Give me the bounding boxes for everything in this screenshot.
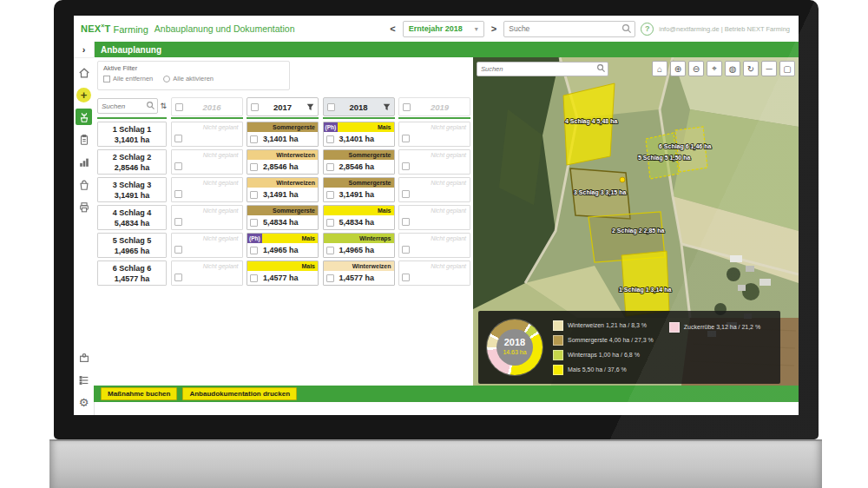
crop-plan-cell[interactable]: Winterweizen 1,4577 ha — [323, 260, 395, 286]
checkbox[interactable] — [174, 246, 182, 254]
book-measure-button[interactable]: Maßnahme buchen — [101, 387, 177, 400]
empty-plan-cell[interactable]: Nicht geplant — [171, 149, 243, 175]
sidebar-item-harvest[interactable] — [76, 176, 92, 193]
year-header-2019[interactable]: 2019 — [398, 97, 470, 116]
sidebar-item-statistics[interactable] — [76, 154, 92, 170]
empty-plan-cell[interactable]: Nicht geplant — [171, 260, 243, 286]
field-label-cell[interactable]: 1 Schlag 1 3,1401 ha — [97, 122, 167, 147]
map-panel[interactable]: 4 Schlag 4 5,48 ha 6 Schlag 6 1,46 ha 5 … — [473, 57, 799, 386]
checkbox[interactable] — [326, 219, 334, 227]
empty-plan-cell[interactable]: Nicht geplant — [398, 122, 470, 147]
map-field-4[interactable] — [563, 83, 615, 165]
checkbox[interactable] — [326, 274, 334, 282]
checkbox[interactable] — [402, 218, 410, 226]
checkbox[interactable] — [250, 274, 258, 282]
year-header-2017[interactable]: 2017 — [247, 97, 319, 116]
empty-plan-cell[interactable]: Nicht geplant — [398, 205, 470, 230]
empty-plan-cell[interactable]: Nicht geplant — [171, 122, 243, 147]
account-info[interactable]: info@nextfarming.de | Betrieb NEXT Farmi… — [659, 25, 790, 33]
empty-plan-cell[interactable]: Nicht geplant — [398, 177, 470, 202]
crop-plan-cell[interactable]: Sommergerste 3,1401 ha — [247, 122, 319, 147]
checkbox[interactable] — [251, 103, 259, 111]
map-marker[interactable] — [620, 177, 625, 182]
sidebar-item-print[interactable] — [76, 199, 92, 215]
map-tool-zoom-in[interactable]: ⊕ — [670, 61, 686, 76]
sidebar-expand-button[interactable]: › — [74, 42, 94, 58]
checkbox[interactable] — [250, 135, 258, 143]
checkbox[interactable] — [402, 135, 410, 142]
checkbox[interactable] — [250, 247, 258, 254]
field-label-cell[interactable]: 3 Schlag 3 3,1491 ha — [97, 177, 167, 202]
help-icon[interactable]: ? — [641, 23, 654, 36]
crop-plan-cell[interactable]: Winterweizen 3,1491 ha — [247, 177, 319, 202]
checkbox[interactable] — [403, 103, 411, 111]
year-header-2018[interactable]: 2018 — [323, 97, 395, 116]
crop-plan-cell[interactable]: (Ph) Mais 3,1401 ha — [323, 122, 395, 147]
empty-plan-cell[interactable]: Nicht geplant — [398, 149, 470, 175]
sidebar-item-list[interactable] — [76, 372, 92, 388]
sidebar-item-modules[interactable] — [76, 349, 92, 366]
map-tool-home[interactable]: ⌂ — [652, 61, 667, 76]
empty-plan-cell[interactable]: Nicht geplant — [171, 177, 243, 202]
filter-remove-all[interactable]: Alle entfernen — [103, 75, 153, 82]
crop-plan-cell[interactable]: Mais 1,4577 ha — [247, 260, 319, 286]
filter-activate-all[interactable]: Alle aktivieren — [163, 75, 214, 82]
map-tool-layers[interactable]: ◍ — [725, 61, 740, 76]
checkbox[interactable] — [174, 162, 182, 170]
checkbox[interactable] — [250, 191, 258, 199]
checkbox[interactable] — [402, 190, 410, 198]
checkbox[interactable] — [326, 191, 334, 199]
crop-plan-cell[interactable]: Sommergerste 3,1491 ha — [323, 177, 395, 202]
map-search-input[interactable] — [477, 63, 608, 76]
field-label-cell[interactable]: 2 Schlag 2 2,8546 ha — [97, 149, 167, 175]
checkbox[interactable] — [402, 246, 410, 254]
crop-plan-cell[interactable]: Winterweizen 2,8546 ha — [247, 149, 319, 175]
empty-plan-cell[interactable]: Nicht geplant — [398, 233, 470, 258]
map-tool-refresh[interactable]: ↻ — [743, 61, 759, 76]
map-field-1[interactable] — [621, 251, 669, 316]
map-tool-measure[interactable]: ─ — [761, 61, 777, 76]
next-year-button[interactable]: > — [490, 23, 498, 34]
checkbox[interactable] — [174, 190, 182, 198]
checkbox[interactable] — [402, 274, 410, 281]
print-documentation-button[interactable]: Anbaudokumentation drucken — [182, 387, 297, 400]
map-tool-center[interactable]: ⌖ — [707, 61, 722, 76]
checkbox[interactable] — [327, 103, 335, 111]
checkbox[interactable] — [175, 103, 183, 111]
crop-plan-cell[interactable]: Winterraps 1,4965 ha — [323, 233, 395, 258]
map-tool-select-area[interactable]: ▢ — [779, 61, 795, 76]
prev-year-button[interactable]: < — [388, 23, 397, 34]
crop-plan-cell[interactable]: (Ph) Mais 1,4965 ha — [247, 233, 319, 258]
map-field-6[interactable] — [675, 127, 707, 172]
checkbox[interactable] — [250, 163, 258, 171]
sidebar-item-settings[interactable]: ⚙ — [76, 394, 92, 411]
global-search-input[interactable] — [504, 22, 635, 36]
sidebar-item-tasks[interactable] — [76, 131, 92, 148]
checkbox[interactable] — [174, 274, 182, 281]
checkbox[interactable] — [326, 135, 334, 143]
sidebar-item-home[interactable] — [76, 64, 92, 81]
checkbox[interactable] — [402, 162, 410, 170]
sidebar-item-add[interactable]: + — [76, 88, 91, 102]
checkbox[interactable] — [174, 218, 182, 226]
field-label-cell[interactable]: 4 Schlag 4 5,4834 ha — [97, 205, 167, 230]
filter-icon[interactable] — [306, 103, 314, 111]
map-tool-zoom-out[interactable]: ⊖ — [688, 61, 704, 76]
sort-icon[interactable]: ⇅ — [160, 102, 167, 110]
year-header-2016[interactable]: 2016 — [171, 97, 243, 116]
crop-plan-cell[interactable]: Sommergerste 2,8546 ha — [323, 149, 395, 175]
checkbox[interactable] — [174, 135, 182, 142]
harvest-year-select[interactable]: Erntejahr 2018 ▾ — [403, 21, 484, 37]
empty-plan-cell[interactable]: Nicht geplant — [398, 260, 470, 286]
checkbox[interactable] — [326, 247, 334, 254]
empty-plan-cell[interactable]: Nicht geplant — [171, 205, 243, 230]
checkbox[interactable] — [250, 219, 258, 227]
crop-plan-cell[interactable]: Sommergerste 5,4834 ha — [247, 205, 319, 230]
empty-plan-cell[interactable]: Nicht geplant — [171, 233, 243, 258]
filter-icon[interactable] — [383, 103, 391, 111]
sidebar-item-crop-planning[interactable] — [76, 109, 92, 125]
checkbox[interactable] — [326, 163, 334, 171]
field-label-cell[interactable]: 5 Schlag 5 1,4965 ha — [97, 233, 167, 258]
crop-plan-cell[interactable]: Mais 5,4834 ha — [323, 205, 395, 230]
field-label-cell[interactable]: 6 Schlag 6 1,4577 ha — [97, 260, 167, 286]
